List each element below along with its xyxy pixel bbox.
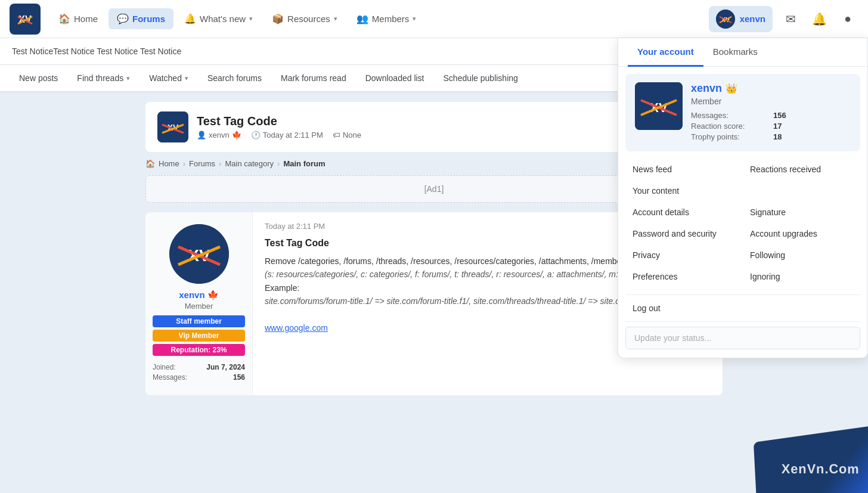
post-author-avatar: XV <box>169 224 229 284</box>
menu-blank1 <box>743 180 860 201</box>
toolbar-downloaded-list[interactable]: Downloaded list <box>356 65 434 91</box>
panel-menu: News feed Reactions received Your conten… <box>618 159 867 292</box>
tab-your-account[interactable]: Your account <box>628 38 703 67</box>
whats-new-chevron: ▾ <box>249 15 253 23</box>
nav-resources-label: Resources <box>287 14 330 24</box>
panel-crown-icon: 👑 <box>726 83 737 94</box>
menu-following[interactable]: Following <box>743 244 860 266</box>
panel-username-row: xenvn 👑 <box>691 82 786 95</box>
thread-meta: 👤 xenvn 🍁 🕐 Today at 2:11 PM 🏷 None <box>197 131 361 139</box>
joined-val: Jun 7, 2024 <box>206 363 245 371</box>
thread-logo: XV <box>157 111 188 142</box>
schedule-publishing-label: Schedule publishing <box>444 73 518 83</box>
nav-home[interactable]: 🏠 Home <box>50 8 106 29</box>
toolbar-mark-read[interactable]: Mark forums read <box>271 65 356 91</box>
site-logo[interactable]: XV <box>10 4 41 35</box>
nav-members-label: Members <box>372 14 410 24</box>
menu-preferences[interactable]: Preferences <box>625 266 743 287</box>
breadcrumb-current: Main forum <box>283 159 325 168</box>
ad-label: [Ad1] <box>424 184 444 194</box>
downloaded-list-label: Downloaded list <box>365 73 424 83</box>
post-author-role: Member <box>185 302 213 311</box>
menu-reactions-received[interactable]: Reactions received <box>743 159 860 180</box>
forums-icon: 💬 <box>117 13 129 24</box>
menu-your-content[interactable]: Your content <box>625 180 743 201</box>
logout-button[interactable]: Log out <box>618 297 867 319</box>
thread-info: Test Tag Code 👤 xenvn 🍁 🕐 Today at 2:11 … <box>197 114 361 139</box>
home-icon: 🏠 <box>58 13 70 24</box>
account-panel: Your account Bookmarks XV xenvn 👑 Member… <box>618 38 868 358</box>
tag-icon: 🏷 <box>333 131 340 139</box>
nav-items: 🏠 Home 💬 Forums 🔔 What's new ▾ 📦 Resourc… <box>50 8 709 29</box>
find-threads-label: Find threads <box>77 73 123 83</box>
search-forums-label: Search forums <box>207 73 262 83</box>
stat-messages: Messages: 156 <box>153 373 245 382</box>
notice-text: Test NoticeTest Notice Test Notice Test … <box>12 46 181 56</box>
mail-button[interactable]: ✉ <box>780 8 801 30</box>
badge-rep: Reputation: 23% <box>153 344 245 356</box>
user-avatar-small: XV <box>716 10 735 29</box>
members-chevron: ▾ <box>413 15 416 23</box>
resources-icon: 📦 <box>272 13 284 24</box>
post-sidebar: XV xenvn 🍁 Member Staff member Vip Membe… <box>145 212 253 395</box>
stat-reaction-val: 17 <box>773 122 782 131</box>
author-icon: 👤 <box>197 131 206 139</box>
navbar: XV 🏠 Home 💬 Forums 🔔 What's new ▾ 📦 Reso… <box>0 0 868 38</box>
stat-joined: Joined: Jun 7, 2024 <box>153 363 245 371</box>
stat-row-trophy: Trophy points: 18 <box>691 132 786 141</box>
panel-divider-2 <box>625 321 860 322</box>
mark-read-label: Mark forums read <box>281 73 346 83</box>
stat-trophy-label: Trophy points: <box>691 132 768 141</box>
new-posts-label: New posts <box>19 73 58 83</box>
status-input-display[interactable]: Update your status... <box>625 327 860 349</box>
post-link[interactable]: www.google.com <box>265 323 328 333</box>
watched-label: Watched <box>149 73 182 83</box>
panel-username[interactable]: xenvn <box>691 82 722 95</box>
badge-vip: Vip Member <box>153 330 245 342</box>
sep2: › <box>219 159 221 168</box>
stat-messages-label: Messages: <box>691 111 768 120</box>
nav-whats-new-label: What's new <box>200 14 246 24</box>
home-icon-bc: 🏠 <box>145 159 155 168</box>
nav-whats-new[interactable]: 🔔 What's new ▾ <box>176 8 261 29</box>
panel-user-section: XV xenvn 👑 Member Messages: 156 Reaction… <box>625 74 860 151</box>
nav-resources[interactable]: 📦 Resources ▾ <box>264 8 346 29</box>
toolbar-new-posts[interactable]: New posts <box>10 65 67 91</box>
breadcrumb-forums[interactable]: Forums <box>189 159 215 168</box>
panel-stats: Messages: 156 Reaction score: 17 Trophy … <box>691 111 786 141</box>
tab-bookmarks[interactable]: Bookmarks <box>703 38 767 67</box>
thread-time: 🕐 Today at 2:11 PM <box>251 131 323 139</box>
nav-forums-label: Forums <box>132 14 165 24</box>
menu-password-security[interactable]: Password and security <box>625 223 743 244</box>
more-button[interactable]: ● <box>837 8 858 30</box>
panel-role: Member <box>691 97 786 106</box>
panel-avatar: XV <box>635 82 683 130</box>
whats-new-icon: 🔔 <box>184 13 196 24</box>
members-icon: 👥 <box>356 13 368 24</box>
menu-account-details[interactable]: Account details <box>625 201 743 223</box>
menu-news-feed[interactable]: News feed <box>625 159 743 180</box>
bell-button[interactable]: 🔔 <box>808 8 830 30</box>
nav-forums[interactable]: 💬 Forums <box>108 8 173 29</box>
toolbar-watched[interactable]: Watched ▾ <box>140 65 198 91</box>
menu-privacy[interactable]: Privacy <box>625 244 743 266</box>
breadcrumb-main-category[interactable]: Main category <box>225 159 274 168</box>
breadcrumb-home[interactable]: Home <box>159 159 179 168</box>
nav-members[interactable]: 👥 Members ▾ <box>348 8 425 29</box>
user-button[interactable]: XV xenvn <box>709 6 773 32</box>
panel-divider <box>625 294 860 295</box>
nav-home-label: Home <box>74 14 98 24</box>
stat-row-reaction: Reaction score: 17 <box>691 122 786 131</box>
user-btn-name: xenvn <box>740 14 765 24</box>
post-author-name[interactable]: xenvn 🍁 <box>179 290 219 300</box>
navbar-right: XV xenvn ✉ 🔔 ● <box>709 6 858 32</box>
menu-signature[interactable]: Signature <box>743 201 860 223</box>
badge-staff: Staff member <box>153 315 245 327</box>
menu-ignoring[interactable]: Ignoring <box>743 266 860 287</box>
resources-chevron: ▾ <box>334 15 337 23</box>
sep1: › <box>183 159 185 168</box>
toolbar-find-threads[interactable]: Find threads ▾ <box>67 65 140 91</box>
menu-account-upgrades[interactable]: Account upgrades <box>743 223 860 244</box>
toolbar-schedule-publishing[interactable]: Schedule publishing <box>434 65 528 91</box>
toolbar-search-forums[interactable]: Search forums <box>198 65 271 91</box>
